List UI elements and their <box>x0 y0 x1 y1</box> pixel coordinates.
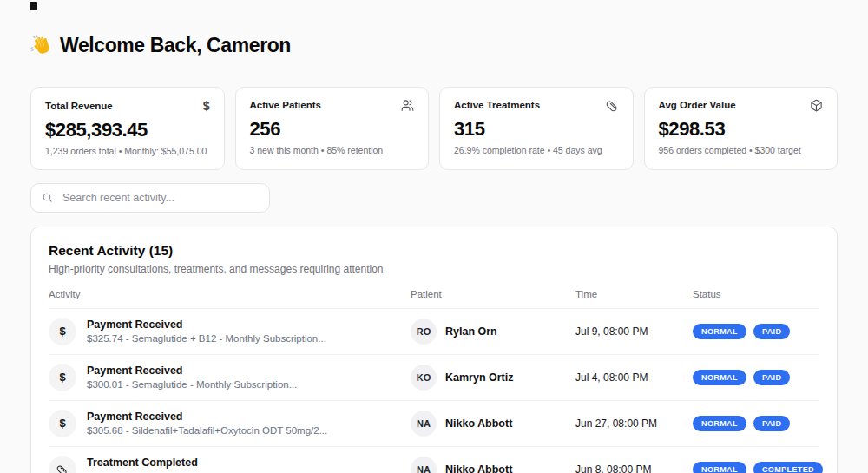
stat-label: Avg Order Value <box>659 100 736 110</box>
activity-cell: Treatment Completed Sildenafil+Tadalafil… <box>49 456 411 473</box>
dollar-icon: $ <box>203 99 210 113</box>
patient-cell: RO Rylan Orn <box>411 319 575 345</box>
activity-cell: $ Payment Received $325.74 - Semaglutide… <box>49 318 411 345</box>
stat-label: Total Revenue <box>45 101 113 111</box>
patient-cell: NA Nikko Abbott <box>411 411 575 437</box>
table-row[interactable]: $ Payment Received $300.01 - Semaglutide… <box>49 354 819 400</box>
status-cell: NORMALCOMPLETED <box>693 462 823 473</box>
status-badge: COMPLETED <box>753 462 823 473</box>
stat-label: Active Treatments <box>454 100 540 110</box>
activity-description: $325.74 - Semaglutide + B12 - Monthly Su… <box>87 333 326 344</box>
stat-subtitle: 1,239 orders total • Monthly: $55,075.00 <box>45 146 210 156</box>
table-row[interactable]: Treatment Completed Sildenafil+Tadalafil… <box>49 446 819 473</box>
activity-description: $305.68 - Sildenafil+Tadalafil+Oxytocin … <box>87 425 327 436</box>
package-icon <box>810 99 823 112</box>
activity-title: Treatment Completed <box>87 457 334 469</box>
stats-row: Total Revenue $ $285,393.45 1,239 orders… <box>30 87 838 170</box>
page-header: Welcome Back, Cameron <box>30 21 838 71</box>
status-cell: NORMALPAID <box>693 324 819 339</box>
stat-card: Total Revenue $ $285,393.45 1,239 orders… <box>30 87 225 170</box>
stat-value: $298.53 <box>659 118 824 141</box>
dollar-icon: $ <box>49 318 76 345</box>
activity-text: Payment Received $305.68 - Sildenafil+Ta… <box>87 411 327 436</box>
table-body: $ Payment Received $325.74 - Semaglutide… <box>49 308 819 473</box>
stat-value: 315 <box>454 118 619 141</box>
table-row[interactable]: $ Payment Received $325.74 - Semaglutide… <box>49 308 819 354</box>
stat-card: Active Treatments 315 26.9% completion r… <box>439 87 634 170</box>
stat-label: Active Patients <box>250 100 321 110</box>
activity-title: Payment Received <box>87 365 297 377</box>
status-badge: NORMAL <box>693 462 746 473</box>
search-bar[interactable] <box>30 183 270 213</box>
stat-card: Active Patients 256 3 new this month • 8… <box>235 87 430 170</box>
stat-subtitle: 3 new this month • 85% retention <box>250 145 415 155</box>
dollar-icon: $ <box>49 410 76 437</box>
patient-cell: NA Nikko Abbott <box>411 457 575 473</box>
patient-avatar: RO <box>411 319 437 345</box>
status-badge: NORMAL <box>693 416 746 431</box>
wave-emoji-icon <box>30 35 53 57</box>
patient-name: Nikko Abbott <box>445 463 512 473</box>
status-cell: NORMALPAID <box>693 416 819 431</box>
recent-activity-subtitle: High-priority consultations, treatments,… <box>49 263 819 275</box>
activity-text: Treatment Completed Sildenafil+Tadalafil… <box>87 457 334 473</box>
patient-name: Nikko Abbott <box>445 417 512 430</box>
activity-cell: $ Payment Received $300.01 - Semaglutide… <box>49 364 411 391</box>
recent-activity-title: Recent Activity (15) <box>49 243 819 259</box>
stat-value: $285,393.45 <box>45 119 210 141</box>
activity-title: Payment Received <box>87 319 326 331</box>
stat-card-header: Avg Order Value <box>659 99 824 112</box>
status-badge: NORMAL <box>693 370 746 385</box>
search-input[interactable] <box>61 191 259 205</box>
status-cell: NORMALPAID <box>693 370 819 385</box>
dashboard-page: Welcome Back, Cameron Total Revenue $ $2… <box>0 21 868 473</box>
activity-description: $300.01 - Semaglutide - Monthly Subscrip… <box>87 379 297 390</box>
status-badge: PAID <box>753 324 790 339</box>
column-header-time: Time <box>575 289 693 299</box>
patient-cell: KO Kamryn Ortiz <box>411 365 575 391</box>
activity-cell: $ Payment Received $305.68 - Sildenafil+… <box>49 410 411 437</box>
patient-avatar: NA <box>411 457 437 473</box>
screen-corner-artifact <box>30 2 37 10</box>
pill-icon <box>49 456 76 473</box>
activity-text: Payment Received $300.01 - Semaglutide -… <box>87 365 297 390</box>
page-title: Welcome Back, Cameron <box>60 34 291 57</box>
table-header-row: Activity Patient Time Status <box>49 289 819 308</box>
dollar-icon: $ <box>49 364 76 391</box>
column-header-patient: Patient <box>411 289 575 299</box>
activity-text: Payment Received $325.74 - Semaglutide +… <box>87 319 326 344</box>
patient-name: Kamryn Ortiz <box>445 371 514 384</box>
time-cell: Jul 9, 08:00 PM <box>575 325 693 338</box>
stat-card: Avg Order Value $298.53 956 orders compl… <box>644 87 838 170</box>
patient-avatar: NA <box>411 411 437 437</box>
stat-card-header: Active Treatments <box>454 99 619 112</box>
stat-subtitle: 956 orders completed • $300 target <box>659 145 824 155</box>
status-badge: PAID <box>753 370 790 385</box>
status-badge: PAID <box>753 416 790 431</box>
status-badge: NORMAL <box>693 324 746 339</box>
search-icon <box>42 192 53 203</box>
stat-subtitle: 26.9% completion rate • 45 days avg <box>454 145 619 155</box>
time-cell: Jun 27, 08:00 PM <box>575 417 693 430</box>
stat-value: 256 <box>250 118 415 141</box>
activity-title: Payment Received <box>87 411 327 423</box>
patient-avatar: KO <box>411 365 437 391</box>
time-cell: Jun 8, 08:00 PM <box>575 463 693 473</box>
time-cell: Jul 4, 08:00 PM <box>575 371 693 384</box>
users-icon <box>401 99 414 112</box>
column-header-activity: Activity <box>49 289 411 299</box>
recent-activity-card: Recent Activity (15) High-priority consu… <box>30 227 838 473</box>
pill-icon <box>606 99 619 112</box>
patient-name: Rylan Orn <box>445 325 497 338</box>
table-row[interactable]: $ Payment Received $305.68 - Sildenafil+… <box>49 400 819 446</box>
column-header-status: Status <box>693 289 819 299</box>
stat-card-header: Total Revenue $ <box>45 99 210 113</box>
stat-card-header: Active Patients <box>250 99 415 112</box>
